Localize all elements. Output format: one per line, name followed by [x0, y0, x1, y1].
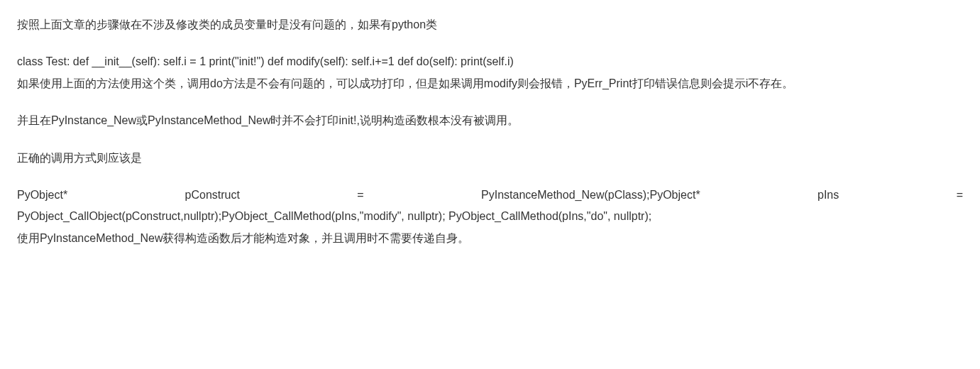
- code-line-3: 使用PyInstanceMethod_New获得构造函数后才能构造对象，并且调用…: [17, 228, 963, 249]
- code-line-2: PyObject_CallObject(pConstruct,nullptr);…: [17, 206, 963, 227]
- paragraph-code-block: PyObject* pConstruct = PyInstanceMethod_…: [17, 184, 963, 249]
- code-line: class Test: def __init__(self): self.i =…: [17, 55, 514, 67]
- paragraph-init-note: 并且在PyInstance_New或PyInstanceMethod_New时并…: [17, 110, 963, 131]
- explain-line: 如果使用上面的方法使用这个类，调用do方法是不会有问题的，可以成功打印，但是如果…: [17, 77, 793, 89]
- paragraph-correct-way: 正确的调用方式则应该是: [17, 148, 963, 169]
- paragraph-intro: 按照上面文章的步骤做在不涉及修改类的成员变量时是没有问题的，如果有python类: [17, 14, 963, 35]
- code-line-1: PyObject* pConstruct = PyInstanceMethod_…: [17, 184, 963, 206]
- paragraph-code-and-explain: class Test: def __init__(self): self.i =…: [17, 51, 963, 94]
